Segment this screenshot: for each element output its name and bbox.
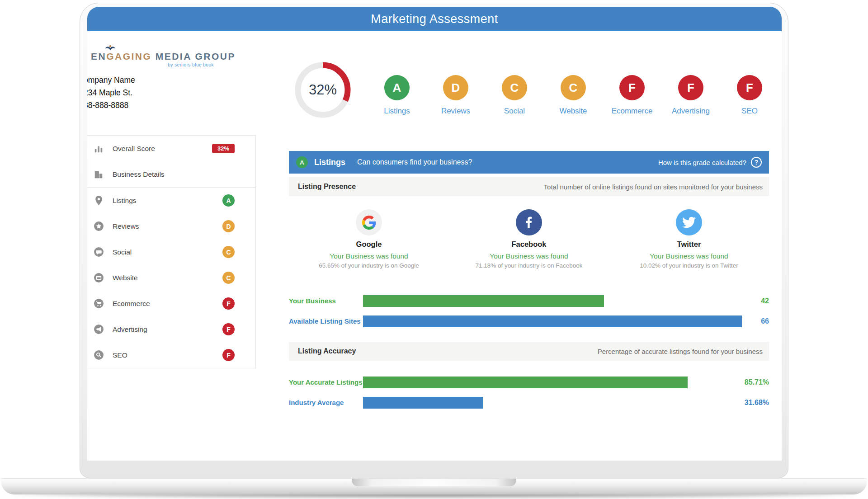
overall-score-value: 32% <box>292 59 354 121</box>
sidebar-item-overall-score[interactable]: Overall Score 32% <box>87 136 255 161</box>
sidebar-item-label: Ecommerce <box>113 300 222 308</box>
page: Marketing Assessment ENGAGING MEDIA GROU… <box>0 0 868 499</box>
grade-col-advertising[interactable]: F Advertising <box>661 75 720 116</box>
bar-value: 85.71% <box>742 378 769 386</box>
grade-circle: F <box>619 75 645 100</box>
platform-google: Google Your Business was found 65.65% of… <box>289 209 449 269</box>
grade-summary-row: A Listings D Reviews C Social C Website … <box>368 75 779 116</box>
listing-accuracy-description: Percentage of accurate listings found fo… <box>598 348 763 355</box>
grade-badge: F <box>222 323 235 335</box>
sidebar-item-seo[interactable]: SEO F <box>87 342 255 368</box>
listing-accuracy-chart: Your Accurate Listings 85.71% Industry A… <box>289 372 769 413</box>
star-icon <box>92 221 105 232</box>
grade-col-reviews[interactable]: D Reviews <box>426 75 485 116</box>
grade-circle: C <box>502 75 527 100</box>
logo-text-suffix: MEDIA GROUP <box>151 51 236 61</box>
logo-text-highlight: GAGING <box>106 51 151 61</box>
grade-label: Reviews <box>426 107 485 116</box>
grade-col-social[interactable]: C Social <box>485 75 544 116</box>
platform-industry-stat: 10.02% of your industry is on Twitter <box>609 262 769 269</box>
bird-logo-icon <box>104 44 116 51</box>
grade-label: Ecommerce <box>603 107 661 116</box>
platform-name: Facebook <box>449 240 609 249</box>
sidebar-item-ecommerce[interactable]: Ecommerce F <box>87 291 255 316</box>
bar-your-business <box>363 295 604 307</box>
bar-label: Your Accurate Listings <box>289 378 363 386</box>
facebook-icon <box>516 209 542 235</box>
laptop-base-notch <box>352 479 516 486</box>
listing-presence-description: Total number of online listings found on… <box>544 183 763 191</box>
sidebar-item-label: Business Details <box>113 170 235 179</box>
chat-icon <box>92 246 105 258</box>
sidebar-item-label: Website <box>113 274 222 282</box>
bar-value: 42 <box>742 297 769 305</box>
grade-label: Advertising <box>661 107 720 116</box>
grade-circle: D <box>443 75 468 100</box>
sidebar-item-label: Listings <box>113 197 222 205</box>
platform-industry-stat: 71.18% of your industry is on Facebook <box>449 262 609 269</box>
grade-badge: D <box>222 220 235 232</box>
chart-row: Available Listing Sites 66 <box>289 311 769 331</box>
twitter-icon <box>676 209 702 235</box>
sidebar-item-reviews[interactable]: Reviews D <box>87 213 255 239</box>
bar-track <box>363 295 742 307</box>
chart-row: Your Business 42 <box>289 291 769 311</box>
sidebar-item-advertising[interactable]: Advertising F <box>87 316 255 342</box>
grade-help-link[interactable]: How is this grade calculated? <box>658 159 746 166</box>
platform-found-status: Your Business was found <box>289 252 449 260</box>
grade-badge: C <box>222 246 235 258</box>
chart-row: Industry Average 31.68% <box>289 392 769 413</box>
bar-track <box>363 315 742 327</box>
map-pin-icon <box>92 195 105 206</box>
platform-name: Twitter <box>609 240 769 249</box>
platform-found-status: Your Business was found <box>449 252 609 260</box>
app-title: Marketing Assessment <box>371 12 498 26</box>
sidebar-item-listings[interactable]: Listings A <box>87 188 255 213</box>
listings-section-header: A Listings Can consumers find your busin… <box>289 151 769 174</box>
sidebar-item-website[interactable]: Website C <box>87 265 255 291</box>
listing-accuracy-band: Listing Accuracy Percentage of accurate … <box>289 342 769 361</box>
grade-badge: C <box>222 272 235 284</box>
megaphone-icon <box>92 324 105 335</box>
company-phone: 88-888-8888 <box>87 99 135 112</box>
browser-icon <box>92 272 105 283</box>
bar-chart-icon <box>92 144 105 154</box>
grade-label: Listings <box>368 107 426 116</box>
grade-label: Website <box>544 107 603 116</box>
building-icon <box>92 169 105 179</box>
grade-label: SEO <box>720 107 779 116</box>
section-grade-badge: A <box>296 156 308 168</box>
logo-text-prefix: EN <box>91 51 106 61</box>
platform-twitter: Twitter Your Business was found 10.02% o… <box>609 209 769 269</box>
sidebar-item-label: Social <box>113 248 222 256</box>
platform-found-status: Your Business was found <box>609 252 769 260</box>
grade-col-seo[interactable]: F SEO <box>720 75 779 116</box>
cart-icon <box>92 298 105 309</box>
laptop-frame: Marketing Assessment ENGAGING MEDIA GROU… <box>80 3 788 478</box>
grade-col-listings[interactable]: A Listings <box>368 75 426 116</box>
grade-col-ecommerce[interactable]: F Ecommerce <box>603 75 661 116</box>
logo-tagline: by seniors blue book <box>91 62 214 67</box>
overall-score-badge: 32% <box>212 144 235 153</box>
platform-industry-stat: 65.65% of your industry is on Google <box>289 262 449 269</box>
platform-facebook: Facebook Your Business was found 71.18% … <box>449 209 609 269</box>
question-circle-icon[interactable]: ? <box>751 157 762 168</box>
sidebar-item-label: Overall Score <box>113 145 212 153</box>
company-logo: ENGAGING MEDIA GROUP by seniors blue boo… <box>91 51 214 67</box>
bar-industry-average <box>363 397 483 409</box>
sidebar-item-label: Reviews <box>113 222 222 231</box>
laptop-base <box>1 478 867 494</box>
app-titlebar: Marketing Assessment <box>87 7 782 31</box>
grade-badge: F <box>222 349 235 361</box>
grade-col-website[interactable]: C Website <box>544 75 603 116</box>
bar-label: Your Business <box>289 297 363 305</box>
bar-value: 66 <box>742 317 769 325</box>
google-icon <box>356 209 382 235</box>
sidebar-nav: Overall Score 32% Business Details Listi… <box>87 135 256 368</box>
bar-label: Industry Average <box>289 398 363 407</box>
grade-circle: F <box>678 75 703 100</box>
sidebar-item-label: Advertising <box>113 325 222 334</box>
listing-presence-title: Listing Presence <box>298 183 356 191</box>
sidebar-item-business-details[interactable]: Business Details <box>87 161 255 187</box>
sidebar-item-social[interactable]: Social C <box>87 239 255 265</box>
